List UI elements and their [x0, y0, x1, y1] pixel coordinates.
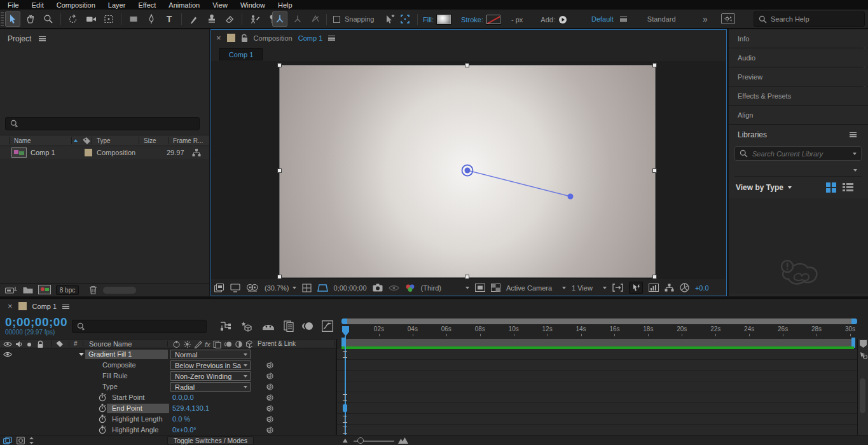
workspace-settings-button[interactable] [721, 13, 735, 24]
clone-stamp-tool-button[interactable] [204, 11, 219, 27]
fx-switch-icon[interactable]: fx [205, 341, 210, 348]
list-view-icon[interactable] [842, 182, 854, 193]
property-dropdown[interactable]: Non-Zero Winding [170, 371, 251, 381]
timeline-button-icon[interactable] [649, 284, 659, 292]
property-dropdown[interactable]: Below Previous in Sa [170, 360, 251, 370]
add-menu-icon[interactable] [558, 15, 567, 24]
property-label[interactable]: Highlight Angle [112, 425, 158, 435]
property-value[interactable]: 0.0 % [172, 414, 190, 425]
graph-editor-icon[interactable] [322, 320, 333, 332]
pen-tool-button[interactable] [144, 11, 159, 27]
snapshot-camera-icon[interactable] [373, 284, 383, 292]
stopwatch-toggle[interactable] [99, 414, 106, 423]
source-name-column[interactable]: Source Name [89, 340, 132, 348]
eraser-tool-button[interactable] [222, 11, 237, 27]
comp-button-icon[interactable] [859, 351, 867, 359]
pan-behind-tool-button[interactable] [101, 11, 116, 27]
work-area-bar[interactable] [341, 339, 855, 346]
project-panel-title[interactable]: Project [8, 34, 31, 43]
draft-3d-icon[interactable] [240, 320, 253, 332]
new-composition-icon[interactable] [38, 285, 51, 294]
composition-tab[interactable]: Comp 1 [219, 48, 263, 60]
parent-link-column[interactable]: Parent & Link [258, 340, 296, 347]
property-label[interactable]: Start Point [112, 392, 144, 403]
exposure-shutter-icon[interactable] [680, 283, 689, 292]
stroke-swatch[interactable] [486, 15, 500, 24]
project-bpc-button[interactable]: 8 bpc [56, 285, 79, 295]
stopwatch-toggle[interactable] [99, 425, 106, 434]
region-of-interest-icon[interactable] [317, 284, 328, 292]
selection-handle[interactable] [277, 168, 282, 173]
rotate-tool-button[interactable] [65, 11, 81, 27]
workspace-default[interactable]: Default [591, 15, 614, 23]
fast-previews-button[interactable] [629, 282, 643, 294]
workspace-menu-icon[interactable] [620, 17, 627, 22]
timeline-tab-close-icon[interactable]: × [8, 301, 13, 311]
brush-tool-button[interactable] [186, 11, 202, 27]
parent-link-pickwhip[interactable] [266, 383, 274, 391]
help-search-field[interactable]: Search Help [754, 11, 865, 27]
motion-blur-icon[interactable] [302, 321, 313, 331]
project-item-row[interactable]: Comp 1 Composition 29.97 [0, 146, 209, 159]
comp-panel-label-swatch[interactable] [227, 34, 235, 42]
grid-guides-icon[interactable] [302, 284, 312, 292]
trash-icon[interactable] [89, 285, 97, 294]
project-footer-scrollbar[interactable] [103, 287, 136, 294]
transfer-controls-icon[interactable] [17, 437, 25, 444]
stroke-width-value[interactable]: - px [511, 16, 523, 24]
layer-number-column[interactable]: # [74, 340, 78, 347]
fill-swatch[interactable] [437, 15, 451, 24]
parent-link-pickwhip[interactable] [266, 415, 274, 423]
parent-link-pickwhip[interactable] [266, 361, 274, 369]
keyframe-marker-gray[interactable] [343, 394, 347, 401]
expand-layers-icon[interactable] [3, 437, 12, 444]
interpret-footage-icon[interactable] [5, 286, 18, 294]
menu-animation[interactable]: Animation [162, 1, 206, 9]
audio-column-speaker-icon[interactable] [15, 341, 23, 348]
frame-blend-switch-icon[interactable] [213, 340, 221, 348]
property-label[interactable]: Highlight Length [112, 414, 163, 425]
shy-switch-icon[interactable] [172, 340, 181, 348]
column-type[interactable]: Type [97, 137, 111, 144]
parent-link-pickwhip[interactable] [266, 372, 274, 380]
mask-visibility-icon[interactable] [246, 284, 259, 292]
sidebar-panel-preview[interactable]: Preview [729, 67, 868, 86]
snap-to-features-button[interactable] [400, 14, 410, 24]
libraries-title[interactable]: Libraries [738, 130, 767, 139]
draft-switch-icon[interactable] [194, 340, 202, 348]
view-by-type-dropdown[interactable]: View by Type [736, 183, 792, 192]
frame-blending-icon[interactable] [284, 320, 294, 332]
selection-handle[interactable] [652, 275, 657, 279]
view-axis-mode-button[interactable] [308, 11, 323, 27]
property-label[interactable]: Fill Rule [102, 371, 128, 381]
label-column-header-icon[interactable] [56, 340, 64, 348]
sidebar-panel-align[interactable]: Align [729, 106, 868, 124]
comp-mini-flowchart-icon[interactable] [219, 320, 232, 332]
property-row-start-point[interactable]: Start Point0.0,0.0 [0, 392, 337, 403]
project-search-field[interactable] [5, 117, 200, 130]
sort-ascending-icon[interactable] [74, 139, 78, 142]
snap-along-edges-button[interactable] [384, 13, 396, 25]
comp-flowchart-icon[interactable] [665, 284, 674, 292]
property-label[interactable]: Composite [102, 360, 136, 371]
timeline-tab-label[interactable]: Comp 1 [32, 303, 57, 310]
parent-link-pickwhip[interactable] [266, 394, 274, 402]
exposure-value[interactable]: +0.0 [695, 284, 709, 292]
property-value[interactable]: 0.0,0.0 [172, 392, 194, 403]
type-tool-button[interactable]: T [162, 11, 177, 27]
blend-mode-dropdown[interactable]: Normal [170, 350, 251, 359]
time-navigator-bar[interactable] [341, 318, 857, 324]
property-row-highlight-length[interactable]: Highlight Length0.0 % [0, 414, 337, 425]
sidebar-panel-info[interactable]: Info [729, 29, 868, 48]
layer-visibility-eye-icon[interactable] [3, 351, 12, 358]
world-axis-mode-button[interactable] [290, 11, 305, 27]
primary-viewer-icon[interactable] [230, 284, 240, 292]
hand-tool-button[interactable] [23, 11, 38, 27]
lock-column-icon[interactable] [37, 340, 44, 348]
project-item-name[interactable]: Comp 1 [31, 149, 55, 156]
label-color-swatch[interactable] [85, 149, 92, 156]
parent-link-pickwhip[interactable] [266, 404, 274, 413]
new-folder-icon[interactable] [23, 285, 33, 294]
column-size[interactable]: Size [144, 137, 156, 144]
toggle-switches-modes-button[interactable]: Toggle Switches / Modes [167, 436, 254, 445]
